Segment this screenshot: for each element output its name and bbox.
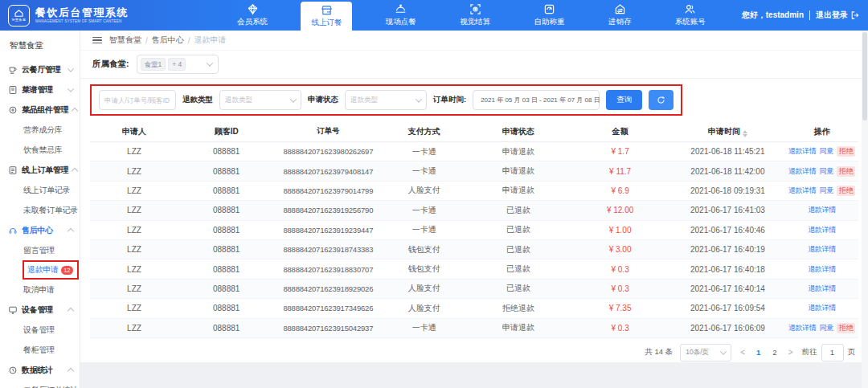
sidebar-item-cabinet-mgmt[interactable]: 餐柜管理 xyxy=(0,340,80,360)
chevron-up-icon xyxy=(68,308,74,314)
cell-customer-id: 088881 xyxy=(178,284,275,293)
sidebar-item-data-stats[interactable]: 数据统计 xyxy=(0,360,80,380)
cell-order-no: 8888842071623918743383 xyxy=(274,245,382,254)
nav-item-self-weighing[interactable]: 自助称重 xyxy=(524,0,575,31)
refund-count-badge: 12 xyxy=(61,266,73,275)
sidebar-item-uncollected-order-records[interactable]: 未取餐订单记录 xyxy=(0,200,80,220)
sidebar-item-aftersale-center[interactable]: 售后中心 xyxy=(0,220,80,240)
refresh-button[interactable] xyxy=(649,90,674,110)
breadcrumb-section[interactable]: 售后中心 xyxy=(152,35,184,46)
breadcrumb-home[interactable]: 智慧食堂 xyxy=(109,35,141,46)
goto-page-input[interactable] xyxy=(821,344,844,361)
total-count: 共 14 条 xyxy=(645,347,673,357)
sidebar-item-cancel-application[interactable]: 取消申请 xyxy=(0,280,80,300)
apply-status-select[interactable]: 退款类型 xyxy=(345,90,427,110)
refund-detail-link[interactable]: 退款详情 xyxy=(788,186,817,196)
refund-detail-link[interactable]: 退款详情 xyxy=(788,323,817,333)
nav-item-member-system[interactable]: 会员系统 xyxy=(227,0,278,31)
search-button[interactable]: 查询 xyxy=(606,90,642,110)
page-number-2[interactable]: 2 xyxy=(770,348,779,357)
col-apply-time[interactable]: 申请时间 xyxy=(670,126,785,137)
cell-order-no: 8888842071623919239447 xyxy=(274,226,382,235)
chevron-down-icon xyxy=(68,85,74,92)
sort-icon[interactable] xyxy=(743,130,747,137)
sidebar-item-dish-component-mgmt[interactable]: 菜品组件管理 xyxy=(0,100,80,120)
cell-apply-time: 2021-06-17 16:40:14 xyxy=(670,284,785,293)
next-page-button[interactable]: > xyxy=(787,348,795,357)
prev-page-button[interactable]: < xyxy=(739,348,747,357)
cell-actions: 退款详情 xyxy=(785,303,858,313)
sidebar-item-cloud-restaurant-order-stats[interactable]: 云餐厅订单统计 xyxy=(0,380,80,388)
sidebar-item-message-mgmt[interactable]: 留言管理 xyxy=(0,240,80,260)
canteen-select[interactable]: 食堂1 + 4 xyxy=(137,55,219,74)
sidebar-item-online-order-mgmt[interactable]: 线上订单管理 xyxy=(0,160,80,180)
sidebar-item-nutrition-library[interactable]: 营养成分库 xyxy=(0,120,80,140)
refund-detail-link[interactable]: 退款详情 xyxy=(808,284,836,294)
cell-amount: ¥ 12.00 xyxy=(570,206,669,214)
refund-type-select[interactable]: 退款类型 xyxy=(219,90,301,110)
cell-pay-method: 钱包支付 xyxy=(382,244,466,255)
reject-link[interactable]: 拒绝 xyxy=(837,146,855,157)
refund-detail-link[interactable]: 退款详情 xyxy=(788,146,817,157)
approve-link[interactable]: 同意 xyxy=(820,186,833,196)
apply-status-label: 申请状态 xyxy=(308,95,338,105)
table-row: LZZ 088881 8888842071623915042937 一卡通 申请… xyxy=(90,319,858,338)
cell-applicant: LZZ xyxy=(90,147,178,156)
cell-pay-method: 一卡通 xyxy=(382,224,466,235)
cell-order-no: 8888842071623979408147 xyxy=(274,167,382,176)
refund-detail-link[interactable]: 退款详情 xyxy=(788,166,817,177)
nav-item-online-ordering[interactable]: 线上订餐 xyxy=(301,2,352,31)
refund-detail-link[interactable]: 退款详情 xyxy=(808,225,836,235)
sidebar-item-refund-application[interactable]: 退款申请 12 xyxy=(23,260,79,280)
refund-detail-link[interactable]: 退款详情 xyxy=(808,205,836,215)
cell-amount: ¥ 0.3 xyxy=(570,265,669,274)
cell-apply-time: 2021-06-17 16:40:19 xyxy=(670,245,785,254)
nav-item-onsite-ordering[interactable]: 现场点餐 xyxy=(375,0,427,31)
cell-customer-id: 088881 xyxy=(178,324,275,333)
cell-amount: ¥ 1.00 xyxy=(570,226,669,235)
table-row: LZZ 088881 8888842071623918743383 钱包支付 已… xyxy=(90,240,858,259)
refund-table: 申请人 顾客ID 订单号 支付方式 申请状态 金额 申请时间 操作 LZZ 08… xyxy=(90,121,858,338)
reject-link[interactable]: 拒绝 xyxy=(837,186,855,196)
nav-item-inventory[interactable]: 进销存 xyxy=(598,0,642,31)
sidebar-item-online-order-records[interactable]: 线上订单记录 xyxy=(0,180,80,200)
brand-subtitle: MANAGEMENT SYSTEM OF SMART CANTEEN xyxy=(35,18,121,23)
reject-link[interactable]: 拒绝 xyxy=(837,323,855,333)
col-actions: 操作 xyxy=(785,126,858,137)
cell-pay-method: 一卡通 xyxy=(382,322,466,333)
cell-order-no: 8888842071623918830707 xyxy=(274,265,382,274)
page-number-1[interactable]: 1 xyxy=(754,348,763,357)
cell-apply-status: 已退款 xyxy=(466,283,570,294)
page-size-select[interactable]: 10条/页 xyxy=(680,344,731,361)
sidebar-item-diet-taboo-library[interactable]: 饮食禁忌库 xyxy=(0,140,80,160)
cell-pay-method: 一卡通 xyxy=(382,205,466,216)
sidebar-item-device-mgmt[interactable]: 设备管理 xyxy=(0,320,80,340)
order-list-icon xyxy=(8,165,18,175)
reject-link[interactable]: 拒绝 xyxy=(837,166,855,177)
sidebar-item-cloud-restaurant-mgmt[interactable]: 云餐厅管理 xyxy=(0,59,80,80)
chevron-down-icon xyxy=(720,348,727,354)
sidebar-item-menu-mgmt[interactable]: 菜谱管理 xyxy=(0,80,80,100)
cell-applicant: LZZ xyxy=(90,284,178,293)
date-range-picker[interactable]: 2021 年 05 月 03 日 - 2021 年 07 月 08 日 xyxy=(473,90,600,110)
cell-amount: ¥ 11.7 xyxy=(570,167,669,176)
refund-detail-link[interactable]: 退款详情 xyxy=(808,264,836,275)
nav-item-visual-checkout[interactable]: 视觉结算 xyxy=(449,0,501,31)
refund-detail-link[interactable]: 退款详情 xyxy=(808,244,836,255)
sidebar-item-device-mgmt-group[interactable]: 设备管理 xyxy=(0,300,80,320)
approve-link[interactable]: 同意 xyxy=(820,323,833,333)
refund-detail-link[interactable]: 退款详情 xyxy=(808,303,836,313)
approve-link[interactable]: 同意 xyxy=(820,166,833,177)
cell-actions: 退款详情 xyxy=(785,264,858,275)
cell-amount: ¥ 0.3 xyxy=(570,284,669,293)
nav-item-system-account[interactable]: 系统账号 xyxy=(665,0,716,31)
cell-actions: 退款详情 xyxy=(785,244,858,255)
cell-pay-method: 人脸支付 xyxy=(382,185,466,196)
cell-apply-time: 2021-06-17 16:40:46 xyxy=(670,226,785,235)
logout-button[interactable]: 退出登录 xyxy=(816,10,860,21)
keyword-input[interactable] xyxy=(99,90,176,110)
approve-link[interactable]: 同意 xyxy=(820,146,833,157)
scrollbar-thumb[interactable] xyxy=(862,32,867,120)
scrollbar[interactable] xyxy=(862,31,868,388)
collapse-menu-icon[interactable] xyxy=(92,37,102,43)
